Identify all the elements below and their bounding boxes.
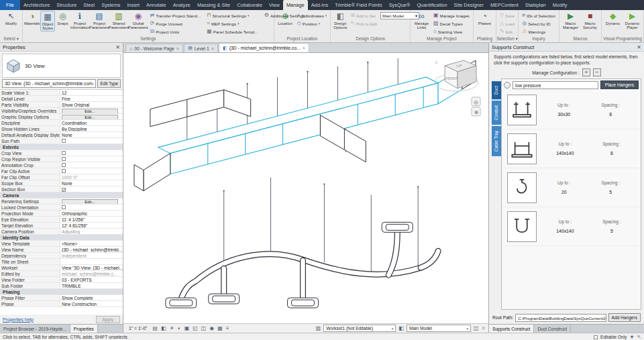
properties-section-identity-data[interactable]: Identity Data: [0, 235, 123, 241]
property-value-show-hidden-lines[interactable]: By Discipline: [60, 126, 123, 131]
exclude-options-icon[interactable]: ◫: [473, 325, 480, 333]
edit-button-visibility-graphics-overrides[interactable]: Edit...: [62, 109, 118, 114]
properties-section-extents[interactable]: Extents: [0, 144, 123, 150]
panel-tab-duct-construct[interactable]: Duct Construct: [534, 325, 571, 333]
close-properties-icon[interactable]: ✕: [115, 44, 120, 50]
ribbon-button-dynamo[interactable]: ◆Dynamo: [603, 11, 623, 25]
ribbon-button-save[interactable]: ▽Save: [498, 11, 517, 19]
close-supports-icon[interactable]: ✕: [637, 44, 641, 50]
ribbon-button-load[interactable]: △Load: [498, 19, 517, 27]
select-toggle-icon[interactable]: ↖: [637, 334, 641, 340]
checkbox-far-clip-active[interactable]: [62, 169, 66, 173]
scale-button[interactable]: 1" = 1'-0": [126, 325, 150, 331]
property-value-scope-box[interactable]: None: [60, 180, 123, 186]
visual-style-icon[interactable]: ◧: [160, 325, 167, 333]
ribbon-button-pick-to-edit[interactable]: ↖Pick to Edit: [348, 19, 379, 27]
checkbox-annotation-crop[interactable]: [62, 163, 66, 167]
ribbon-button-location[interactable]: ⊕Location: [276, 11, 295, 25]
type-selector-dropdown[interactable]: 3D View: {3D - michael_schinn@trimble.co…: [2, 79, 96, 88]
steering-wheel-icon[interactable]: ◎: [474, 99, 478, 105]
ribbon-button-shared-parameters[interactable]: ▥Shared Parameters: [109, 11, 129, 30]
properties-section-phasing[interactable]: Phasing: [0, 289, 123, 295]
hanger-config-item[interactable]: Up to :140x140Spacing :5: [502, 207, 641, 246]
ribbon-tab-add-ins[interactable]: Add-Ins: [308, 0, 331, 10]
ribbon-tab-collaborate[interactable]: Collaborate: [233, 0, 266, 10]
ribbon-button-project-parameters[interactable]: ▤Project Parameters: [90, 11, 109, 30]
add-hangers-button[interactable]: Add Hangers: [608, 313, 641, 322]
crop-view-icon[interactable]: ▣: [184, 325, 191, 333]
ribbon-tab-site-designer[interactable]: Site Designer: [451, 0, 487, 10]
ribbon-button-project-units[interactable]: ⊟Project Units: [148, 27, 205, 36]
property-value-view-template[interactable]: <None>: [60, 241, 123, 246]
checkbox-section-box[interactable]: ✓: [62, 188, 66, 192]
ribbon-button-dynamo-player[interactable]: ▶Dynamo Player: [623, 11, 642, 30]
supports-side-tab-cable-tray[interactable]: Cable Tray: [492, 126, 501, 156]
panel-tab-properties[interactable]: Properties: [70, 325, 98, 333]
property-value-view-name[interactable]: {3D - michael_schinn@trimbl...: [60, 247, 123, 252]
edit-button-rendering-settings[interactable]: Edit...: [62, 199, 118, 205]
document-tab-level-1[interactable]: ▤Level 1×: [184, 44, 218, 52]
configuration-name-input[interactable]: low pressure: [513, 81, 598, 89]
ribbon-button-ids-of-selection[interactable]: #IDs of Selection: [520, 11, 557, 19]
ribbon-button-decal-types[interactable]: ▨Decal Types: [431, 19, 472, 27]
ribbon-button-position[interactable]: ◇Position▾: [295, 19, 329, 27]
hanger-config-item[interactable]: Up to :30x30Spacing :8: [502, 91, 641, 129]
viewcube-home-icon[interactable]: ⌂: [435, 60, 437, 64]
ribbon-tab-file[interactable]: File: [0, 0, 20, 10]
ribbon-button-edit[interactable]: ✎Edit: [498, 27, 517, 36]
ribbon-button-warnings[interactable]: ⚠Warnings: [520, 27, 557, 36]
filter-icon[interactable]: ▼: [629, 334, 634, 340]
property-value-dependency[interactable]: Independent: [60, 253, 123, 258]
supports-side-tab-conduit[interactable]: Conduit: [492, 101, 501, 125]
ribbon-button-manage-images[interactable]: ▣Manage Images: [431, 11, 472, 19]
ribbon-tab-quantification[interactable]: Quantification: [413, 0, 450, 10]
temporary-view-properties-icon[interactable]: ▦: [217, 325, 223, 333]
property-value-scale-value-1[interactable]: 12: [60, 90, 123, 95]
property-value-parts-visibility[interactable]: Show Original: [60, 102, 123, 107]
ribbon-button-purge-unused[interactable]: ⟳Purge Unused: [148, 19, 205, 27]
properties-help-link[interactable]: Properties help: [3, 317, 34, 322]
property-value-default-analysis-display-style[interactable]: None: [60, 132, 123, 137]
ribbon-button-modify[interactable]: ↖Modify: [1, 11, 21, 25]
reveal-hidden-elements-icon[interactable]: ◉: [209, 325, 215, 333]
ribbon-button-macro-manager[interactable]: ▶Macro Manager: [561, 11, 580, 30]
show-crop-region-icon[interactable]: ◱: [192, 325, 199, 333]
property-value-target-elevation[interactable]: 12' 4 81/256": [60, 223, 123, 228]
ribbon-button-object-styles[interactable]: ▦Object Styles: [40, 11, 56, 32]
hanger-config-item[interactable]: Up to :140x140Spacing :8: [502, 129, 641, 168]
ribbon-button-project-information[interactable]: ℹProject Information: [70, 11, 90, 30]
model-view-3d[interactable]: TOP FRONT ⌂ ◎ ⊕: [123, 53, 488, 323]
document-tab-3d-michael-schinn-trimble-co[interactable]: ◧{3D - michael_schinn@trimble.co...×: [219, 43, 309, 52]
close-tab-icon[interactable]: ×: [211, 46, 214, 52]
navigation-bar[interactable]: ◎ ⊕: [472, 97, 480, 116]
config-handle-icon[interactable]: [504, 82, 511, 89]
worksharing-display-icon[interactable]: ≡: [225, 325, 230, 333]
add-configuration-button[interactable]: +: [582, 68, 590, 76]
property-value-far-clip-offset[interactable]: 1000' 0": [60, 174, 123, 180]
workset-dropdown[interactable]: Workset1 (Not Editable)▾: [323, 325, 396, 332]
checkbox-crop-view[interactable]: [62, 151, 66, 155]
apply-button[interactable]: Apply: [96, 316, 121, 323]
properties-section-camera[interactable]: Camera: [0, 192, 123, 199]
ribbon-button-transfer-project-standards[interactable]: ⇄Transfer Project Standards: [148, 11, 205, 19]
ribbon-button-materials[interactable]: ◑Materials: [24, 11, 40, 25]
root-path-input[interactable]: C:\ProgramData\BuildingData\SysQueConten…: [515, 314, 606, 322]
ribbon-button-design-options[interactable]: ◧Design Options: [332, 11, 348, 30]
ribbon-tab-view[interactable]: View: [266, 0, 283, 10]
ribbon-button-manage-links[interactable]: ∞Manage Links: [412, 11, 431, 30]
property-value-phase[interactable]: New Construction: [60, 301, 123, 306]
activate-dimensions-icon[interactable]: ⌗: [481, 325, 486, 333]
ribbon-tab-trimble-field-points[interactable]: Trimble® Field Points: [331, 0, 385, 10]
ribbon-tab-structure[interactable]: Structure: [53, 0, 80, 10]
ribbon-button-coordinates[interactable]: +Coordinates▾: [295, 11, 329, 19]
ribbon-button-phases[interactable]: ◔Phases: [475, 11, 494, 25]
design-option-dropdown[interactable]: Main Model▾: [407, 325, 471, 332]
temporary-hide-isolate-icon[interactable]: ◫: [201, 325, 207, 333]
panel-tab-project-browser-2019-hayde[interactable]: Project Browser - 2019-Hayde...: [0, 325, 70, 333]
property-value-sub-folder[interactable]: TRIMBLE: [60, 283, 123, 288]
close-tab-icon[interactable]: ×: [303, 45, 305, 51]
property-value-title-on-sheet[interactable]: [60, 259, 123, 264]
hanger-config-item[interactable]: Up to :20Spacing :5: [502, 168, 641, 207]
property-value-projection-mode[interactable]: Orthographic: [60, 211, 123, 216]
property-value-view-folder[interactable]: 03 - EXPORTS: [60, 277, 123, 282]
